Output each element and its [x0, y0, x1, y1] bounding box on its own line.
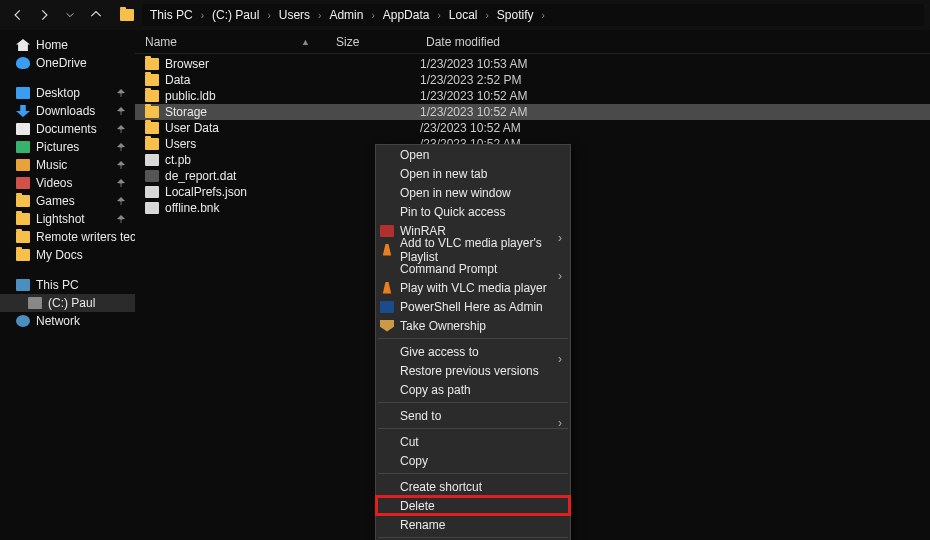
- sidebar-item[interactable]: Lightshot: [0, 210, 135, 228]
- breadcrumb-segment[interactable]: Users: [275, 6, 314, 24]
- menu-item-label: Play with VLC media player: [400, 281, 547, 295]
- sidebar-item[interactable]: Network: [0, 312, 135, 330]
- arrow-up-icon: [89, 8, 103, 22]
- sidebar-item[interactable]: Videos: [0, 174, 135, 192]
- menu-item-label: Pin to Quick access: [400, 205, 505, 219]
- menu-item[interactable]: Open in new tab: [376, 164, 570, 183]
- menu-separator: [378, 428, 568, 429]
- menu-item-label: Restore previous versions: [400, 364, 539, 378]
- menu-item-label: Delete: [400, 499, 435, 513]
- menu-item[interactable]: Cut: [376, 432, 570, 451]
- file-date: 1/23/2023 2:52 PM: [420, 73, 521, 87]
- menu-item[interactable]: Restore previous versions: [376, 361, 570, 380]
- sidebar-item-label: My Docs: [36, 248, 83, 262]
- menu-item[interactable]: PowerShell Here as Admin: [376, 297, 570, 316]
- menu-item[interactable]: Give access to: [376, 342, 570, 361]
- file-name: Users: [165, 137, 196, 151]
- menu-item-label: Copy: [400, 454, 428, 468]
- breadcrumb-segment[interactable]: (C:) Paul: [208, 6, 263, 24]
- menu-item[interactable]: Rename: [376, 515, 570, 534]
- file-icon: [145, 186, 159, 198]
- chevron-down-icon: [65, 10, 75, 20]
- chevron-right-icon: ›: [316, 10, 323, 21]
- sidebar-item[interactable]: Music: [0, 156, 135, 174]
- pc-icon: [16, 279, 30, 291]
- breadcrumb-segment[interactable]: Spotify: [493, 6, 538, 24]
- breadcrumb-segment[interactable]: This PC: [146, 6, 197, 24]
- sidebar-item[interactable]: Documents: [0, 120, 135, 138]
- folder-icon: [145, 138, 159, 150]
- menu-item-label: Give access to: [400, 345, 479, 359]
- column-name[interactable]: Name ▲: [135, 35, 330, 49]
- folder-icon: [145, 90, 159, 102]
- drive-icon: [28, 297, 42, 309]
- sidebar-item-label: Network: [36, 314, 80, 328]
- menu-item[interactable]: Delete: [376, 496, 570, 515]
- menu-item-label: PowerShell Here as Admin: [400, 300, 543, 314]
- sidebar-item[interactable]: (C:) Paul: [0, 294, 135, 312]
- menu-item-label: Create shortcut: [400, 480, 482, 494]
- menu-item[interactable]: Pin to Quick access: [376, 202, 570, 221]
- sidebar-item[interactable]: Remote writers tech: [0, 228, 135, 246]
- menu-item[interactable]: Open in new window: [376, 183, 570, 202]
- back-button[interactable]: [6, 3, 30, 27]
- menu-item[interactable]: Create shortcut: [376, 477, 570, 496]
- menu-item[interactable]: Play with VLC media player: [376, 278, 570, 297]
- sidebar-item[interactable]: Games: [0, 192, 135, 210]
- file-dark-icon: [145, 170, 159, 182]
- menu-item[interactable]: Command Prompt: [376, 259, 570, 278]
- sidebar-item[interactable]: Pictures: [0, 138, 135, 156]
- desktop-icon: [16, 87, 30, 99]
- menu-item[interactable]: Add to VLC media player's Playlist: [376, 240, 570, 259]
- menu-item[interactable]: Take Ownership: [376, 316, 570, 335]
- breadcrumb-segment[interactable]: AppData: [379, 6, 434, 24]
- winrar-icon: [380, 225, 394, 237]
- sidebar-item-label: Videos: [36, 176, 72, 190]
- menu-item-label: Copy as path: [400, 383, 471, 397]
- chevron-right-icon: ›: [540, 10, 547, 21]
- arrow-right-icon: [37, 8, 51, 22]
- menu-item[interactable]: Open: [376, 145, 570, 164]
- file-icon: [145, 202, 159, 214]
- menu-item[interactable]: Send to: [376, 406, 570, 425]
- folder-icon: [145, 58, 159, 70]
- column-size[interactable]: Size: [330, 35, 420, 49]
- doc-icon: [16, 123, 30, 135]
- chevron-right-icon: ›: [369, 10, 376, 21]
- column-headers[interactable]: Name ▲ Size Date modified: [135, 30, 930, 54]
- sidebar-item[interactable]: Home: [0, 36, 135, 54]
- down-icon: [16, 105, 30, 117]
- up-button[interactable]: [84, 3, 108, 27]
- forward-button[interactable]: [32, 3, 56, 27]
- breadcrumb[interactable]: This PC›(C:) Paul›Users›Admin›AppData›Lo…: [142, 4, 924, 26]
- net-icon: [16, 315, 30, 327]
- file-row[interactable]: Storage1/23/2023 10:52 AM: [135, 104, 930, 120]
- file-name: public.ldb: [165, 89, 216, 103]
- menu-item-label: Send to: [400, 409, 441, 423]
- sidebar-item[interactable]: Desktop: [0, 84, 135, 102]
- column-date[interactable]: Date modified: [420, 35, 500, 49]
- file-row[interactable]: User Data/23/2023 10:52 AM: [135, 120, 930, 136]
- folder-icon: [16, 231, 30, 243]
- menu-item-label: Open: [400, 148, 429, 162]
- sidebar-item[interactable]: OneDrive: [0, 54, 135, 72]
- breadcrumb-segment[interactable]: Admin: [325, 6, 367, 24]
- menu-item[interactable]: Copy: [376, 451, 570, 470]
- menu-item[interactable]: Copy as path: [376, 380, 570, 399]
- file-row[interactable]: Data1/23/2023 2:52 PM: [135, 72, 930, 88]
- sidebar-item-label: Desktop: [36, 86, 80, 100]
- recent-button[interactable]: [58, 3, 82, 27]
- file-name: de_report.dat: [165, 169, 236, 183]
- sidebar-item[interactable]: Downloads: [0, 102, 135, 120]
- file-row[interactable]: Browser1/23/2023 10:53 AM: [135, 56, 930, 72]
- breadcrumb-segment[interactable]: Local: [445, 6, 482, 24]
- sidebar-item-label: Remote writers tech: [36, 230, 143, 244]
- sort-indicator-icon: ▲: [301, 37, 310, 47]
- vid-icon: [16, 177, 30, 189]
- sidebar-item[interactable]: My Docs: [0, 246, 135, 264]
- sidebar-item-label: OneDrive: [36, 56, 87, 70]
- menu-separator: [378, 537, 568, 538]
- menu-separator: [378, 473, 568, 474]
- file-row[interactable]: public.ldb1/23/2023 10:52 AM: [135, 88, 930, 104]
- sidebar-item[interactable]: This PC: [0, 276, 135, 294]
